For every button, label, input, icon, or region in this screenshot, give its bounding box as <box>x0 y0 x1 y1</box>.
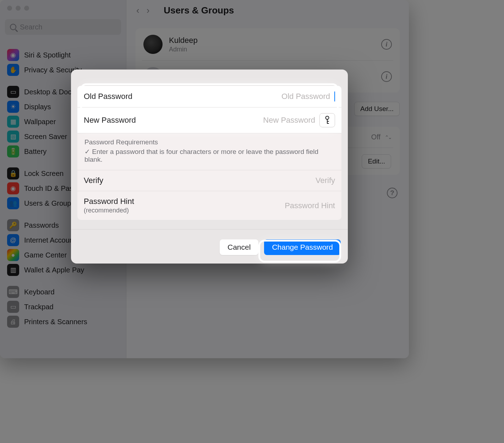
old-password-label: Old Password <box>84 92 132 101</box>
hint-sublabel: (recommended) <box>84 207 239 214</box>
password-assistant-button[interactable] <box>319 113 335 127</box>
verify-row: Verify <box>77 170 341 191</box>
old-password-row: Old Password <box>77 86 341 107</box>
hint-row: Password Hint (recommended) <box>77 191 341 220</box>
verify-input[interactable] <box>243 176 335 185</box>
old-password-input[interactable] <box>238 92 330 101</box>
hint-input[interactable] <box>243 201 335 210</box>
change-password-button[interactable]: Change Password <box>264 239 341 255</box>
new-password-input[interactable] <box>223 116 315 125</box>
new-password-row: New Password <box>77 107 341 133</box>
verify-label: Verify <box>84 176 103 185</box>
hint-label: Password Hint <box>84 197 239 206</box>
requirements-text: Enter a password that is four characters… <box>84 148 334 164</box>
key-icon <box>324 116 331 125</box>
form-panel: Old Password New Password Password Requi… <box>77 86 341 220</box>
change-password-sheet: Old Password New Password Password Requi… <box>71 70 348 264</box>
new-password-label: New Password <box>84 116 136 125</box>
text-cursor <box>334 92 335 101</box>
requirements-title: Password Requirements <box>84 138 334 146</box>
modal-actions: Cancel Change Password <box>71 229 348 264</box>
password-requirements: Password Requirements Enter a password t… <box>77 133 341 170</box>
cancel-button[interactable]: Cancel <box>220 239 258 255</box>
